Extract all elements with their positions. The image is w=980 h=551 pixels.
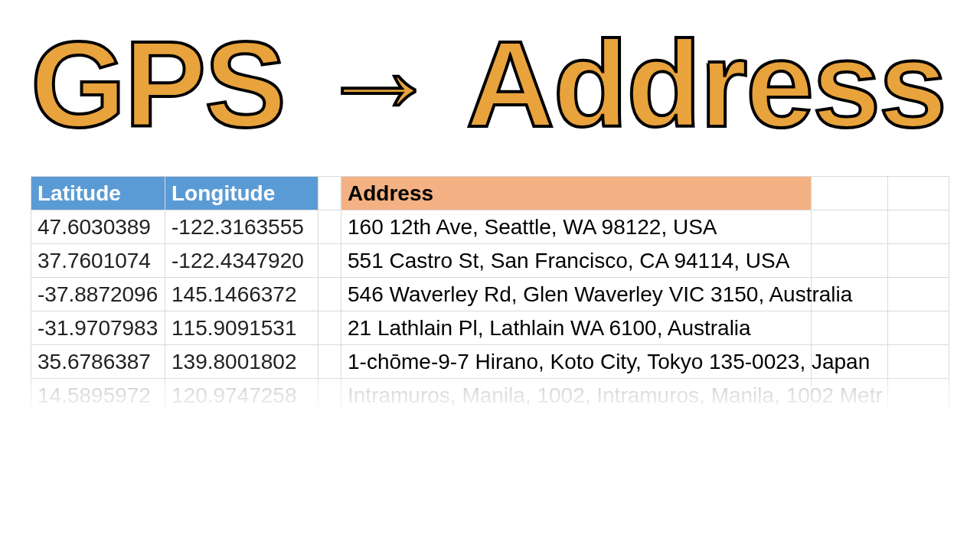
col-header-longitude[interactable]: Longitude (165, 177, 318, 210)
cell-empty[interactable] (812, 210, 888, 244)
table-row[interactable]: 35.6786387 139.8001802 1-chōme-9-7 Hiran… (31, 345, 949, 379)
cell-lon[interactable]: 145.1466372 (165, 278, 318, 311)
cell-lat[interactable]: 47.6030389 (31, 210, 165, 244)
table-row[interactable]: 47.6030389 -122.3163555 160 12th Ave, Se… (31, 210, 949, 244)
cell-empty[interactable] (812, 244, 888, 278)
cell-empty[interactable] (888, 244, 949, 278)
cell-lat[interactable]: 37.7601074 (31, 244, 165, 278)
cell-empty[interactable] (318, 210, 341, 244)
cell-lon[interactable]: -122.4347920 (165, 244, 318, 278)
col-header-latitude[interactable]: Latitude (31, 177, 165, 210)
cell-lon[interactable]: 139.8001802 (165, 345, 318, 379)
cell-empty[interactable] (888, 278, 949, 311)
cell-empty[interactable] (318, 244, 341, 278)
cell-lat[interactable]: 35.6786387 (31, 345, 165, 379)
table-row[interactable]: -37.8872096 145.1466372 546 Waverley Rd,… (31, 278, 949, 311)
cell-addr[interactable]: 1-chōme-9-7 Hirano, Koto City, Tokyo 135… (341, 345, 812, 379)
cell-empty[interactable] (888, 311, 949, 345)
cell-addr[interactable]: 21 Lathlain Pl, Lathlain WA 6100, Austra… (341, 311, 812, 345)
cell-empty[interactable] (318, 311, 341, 345)
table-row[interactable]: -31.9707983 115.9091531 21 Lathlain Pl, … (31, 311, 949, 345)
cell-empty[interactable] (888, 210, 949, 244)
gps-table[interactable]: Latitude Longitude Address 47.6030389 -1… (31, 176, 949, 412)
cell-addr[interactable]: 160 12th Ave, Seattle, WA 98122, USA (341, 210, 812, 244)
cell-addr[interactable]: 551 Castro St, San Francisco, CA 94114, … (341, 244, 812, 278)
table-row[interactable]: 14.5895972 120.9747258 Intramuros, Manil… (31, 379, 949, 412)
cell-empty[interactable] (318, 379, 341, 412)
spreadsheet: Latitude Longitude Address 47.6030389 -1… (31, 176, 949, 412)
cell-lat[interactable]: -37.8872096 (31, 278, 165, 311)
page-title: GPS → Address (31, 23, 949, 145)
col-header-empty[interactable] (888, 177, 949, 210)
cell-lon[interactable]: 120.9747258 (165, 379, 318, 412)
cell-empty[interactable] (888, 345, 949, 379)
table-header-row: Latitude Longitude Address (31, 177, 949, 210)
cell-empty[interactable] (318, 278, 341, 311)
cell-lat[interactable]: -31.9707983 (31, 311, 165, 345)
col-header-address[interactable]: Address (341, 177, 812, 210)
col-header-empty[interactable] (812, 177, 888, 210)
cell-empty[interactable] (888, 379, 949, 412)
cell-lat[interactable]: 14.5895972 (31, 379, 165, 412)
cell-empty[interactable] (812, 311, 888, 345)
cell-empty[interactable] (318, 345, 341, 379)
cell-addr[interactable]: 546 Waverley Rd, Glen Waverley VIC 3150,… (341, 278, 812, 311)
col-header-empty[interactable] (318, 177, 341, 210)
table-row[interactable]: 37.7601074 -122.4347920 551 Castro St, S… (31, 244, 949, 278)
cell-lon[interactable]: 115.9091531 (165, 311, 318, 345)
cell-addr[interactable]: Intramuros, Manila, 1002, Intramuros, Ma… (341, 379, 812, 412)
cell-lon[interactable]: -122.3163555 (165, 210, 318, 244)
